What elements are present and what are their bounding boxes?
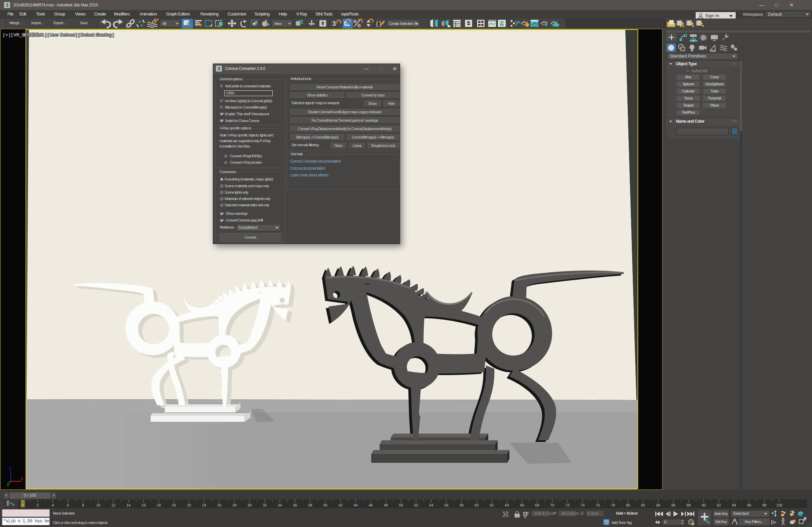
svg-text:90: 90 [702, 503, 706, 507]
svg-text:66: 66 [520, 503, 524, 507]
svg-text:8: 8 [82, 503, 84, 507]
svg-text:2: 2 [37, 503, 39, 507]
svg-text:84: 84 [656, 503, 661, 507]
svg-text:6: 6 [67, 503, 69, 507]
svg-text:92: 92 [717, 503, 721, 507]
svg-text:72: 72 [566, 503, 569, 507]
svg-text:48: 48 [383, 503, 388, 507]
svg-text:26: 26 [217, 503, 221, 507]
svg-text:44: 44 [353, 503, 358, 507]
svg-text:24: 24 [202, 503, 206, 507]
svg-text:70: 70 [550, 503, 554, 507]
svg-text:100: 100 [777, 503, 782, 507]
svg-text:12: 12 [111, 503, 115, 507]
svg-text:82: 82 [641, 503, 645, 507]
svg-text:14: 14 [127, 503, 130, 507]
svg-text:10: 10 [96, 503, 100, 507]
svg-text:16: 16 [142, 503, 146, 507]
svg-text:z: z [10, 466, 12, 470]
svg-text:50: 50 [399, 503, 403, 507]
svg-text:54: 54 [429, 503, 433, 507]
svg-text:40: 40 [323, 503, 327, 507]
svg-text:86: 86 [671, 503, 676, 507]
svg-text:0: 0 [21, 503, 24, 507]
svg-text:76: 76 [596, 503, 600, 507]
svg-text:98: 98 [762, 503, 766, 507]
svg-text:42: 42 [338, 503, 342, 507]
svg-text:28: 28 [232, 503, 236, 507]
svg-text:3: 3 [332, 20, 336, 27]
svg-text:46: 46 [368, 503, 373, 507]
svg-text:y: y [7, 481, 10, 486]
svg-text:{ }: { } [376, 20, 382, 27]
svg-text:32: 32 [263, 503, 267, 507]
svg-text:62: 62 [490, 503, 494, 507]
svg-text:88: 88 [686, 503, 691, 507]
svg-text:38: 38 [308, 503, 312, 507]
svg-text:20: 20 [172, 503, 176, 507]
svg-text:30: 30 [247, 503, 251, 507]
svg-text:52: 52 [414, 503, 418, 507]
svg-text:18: 18 [157, 503, 161, 507]
svg-text:94: 94 [732, 503, 736, 507]
svg-text:58: 58 [459, 503, 463, 507]
svg-text:96: 96 [747, 503, 751, 507]
svg-text:56: 56 [444, 503, 448, 507]
svg-text:68: 68 [535, 503, 539, 507]
svg-text:78: 78 [611, 503, 615, 507]
svg-text:80: 80 [626, 503, 630, 507]
svg-text:34: 34 [278, 503, 282, 507]
svg-text:x: x [21, 476, 23, 481]
svg-text:22: 22 [187, 503, 191, 507]
svg-text:64: 64 [505, 503, 509, 507]
svg-text:36: 36 [293, 503, 297, 507]
svg-text:60: 60 [475, 503, 478, 507]
svg-text:74: 74 [581, 503, 585, 507]
svg-text:4: 4 [52, 503, 54, 507]
